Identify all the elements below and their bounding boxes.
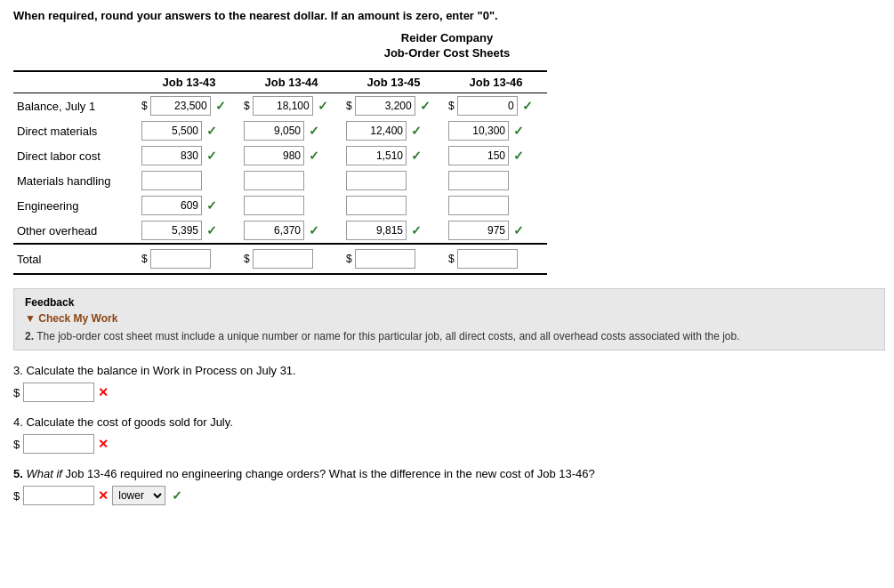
check-icon-1-1: ✓ (309, 124, 319, 138)
check-icon-2-1: ✓ (309, 149, 319, 163)
cell-0-0: $✓ (138, 93, 240, 119)
cell-3-0 (138, 168, 240, 193)
input-4-2[interactable] (346, 196, 407, 215)
input-1-0[interactable] (141, 121, 202, 141)
dollar-prefix: $ (244, 100, 250, 112)
check-my-work-label[interactable]: Check My Work (38, 312, 117, 325)
section3-dollar: $ (13, 386, 20, 399)
feedback-number: 2. (25, 330, 34, 342)
company-name: Reider Company (13, 31, 881, 44)
section4-input-row: $ ✕ (13, 434, 881, 454)
job-13-45-header: Job 13-45 (342, 71, 445, 93)
total-dollar-2: $ (346, 253, 352, 265)
cell-0-3: $✓ (445, 93, 547, 119)
instruction-bold: When required, round your answers to the… (13, 9, 498, 22)
input-2-1[interactable] (244, 146, 304, 165)
total-dollar-0: $ (141, 253, 148, 265)
table-row: Engineering✓ (13, 193, 547, 218)
cell-0-1: $✓ (240, 93, 342, 119)
check-icon-5-3: ✓ (513, 223, 524, 238)
total-input-1[interactable] (253, 249, 313, 269)
feedback-body: The job-order cost sheet must include a … (36, 330, 739, 342)
check-icon-5-2: ✓ (411, 223, 422, 238)
cell-1-1: ✓ (240, 118, 342, 143)
section4-label: 4. Calculate the cost of goods sold for … (13, 415, 881, 429)
input-4-3[interactable] (448, 196, 509, 215)
check-icon-2-2: ✓ (411, 149, 422, 163)
check-icon-0-1: ✓ (318, 99, 328, 113)
job-13-46-header: Job 13-46 (445, 71, 547, 93)
check-icon-2-3: ✓ (513, 149, 524, 163)
cell-0-2: $✓ (342, 93, 445, 119)
dollar-prefix: $ (141, 100, 148, 112)
feedback-title: Feedback (25, 296, 874, 309)
cell-4-0: ✓ (138, 193, 240, 218)
row-label-4: Engineering (13, 193, 138, 218)
input-1-1[interactable] (244, 121, 304, 141)
total-cell-1: $ (240, 244, 342, 274)
cell-2-1: ✓ (240, 143, 342, 168)
cell-2-2: ✓ (342, 143, 445, 168)
input-2-2[interactable] (346, 146, 407, 165)
input-2-3[interactable] (448, 146, 509, 165)
cell-5-1: ✓ (240, 218, 342, 244)
table-header-row: Job 13-43 Job 13-44 Job 13-45 Job 13-46 (13, 71, 547, 93)
input-2-0[interactable] (141, 146, 202, 165)
input-3-1[interactable] (244, 171, 304, 190)
section3-error-icon: ✕ (98, 385, 109, 399)
section3-label: 3. Calculate the balance in Work in Proc… (13, 364, 881, 377)
total-cell-2: $ (342, 244, 445, 274)
total-input-3[interactable] (457, 249, 518, 269)
total-input-0[interactable] (150, 249, 211, 269)
section5-rest: Job 13-46 required no engineering change… (62, 467, 595, 480)
table-row: Materials handling (13, 168, 547, 193)
input-3-2[interactable] (346, 171, 407, 190)
input-5-0[interactable] (141, 221, 202, 240)
section5-input-row: $ ✕ lower higher ✓ (13, 486, 881, 505)
row-label-3: Materials handling (13, 168, 138, 193)
total-input-2[interactable] (355, 249, 415, 269)
input-4-0[interactable] (141, 196, 202, 215)
section5-dropdown[interactable]: lower higher (112, 486, 165, 505)
cell-3-1 (240, 168, 342, 193)
total-dollar-1: $ (244, 253, 250, 265)
triangle-icon: ▼ (25, 312, 36, 325)
input-5-1[interactable] (244, 221, 304, 240)
input-4-1[interactable] (244, 196, 304, 215)
check-icon-2-0: ✓ (206, 149, 217, 163)
section3-input[interactable] (23, 383, 94, 402)
input-1-3[interactable] (448, 121, 509, 141)
input-0-1[interactable] (253, 96, 313, 116)
row-label-2: Direct labor cost (13, 143, 138, 168)
cell-3-3 (445, 168, 547, 193)
input-5-2[interactable] (346, 221, 407, 240)
table-row: Other overhead✓✓✓✓ (13, 218, 547, 244)
section3-input-row: $ ✕ (13, 383, 881, 402)
cell-4-2 (342, 193, 445, 218)
cell-5-3: ✓ (445, 218, 547, 244)
label-header (13, 71, 138, 93)
job-13-44-header: Job 13-44 (240, 71, 342, 93)
total-cell-3: $ (445, 244, 547, 274)
input-3-0[interactable] (141, 171, 202, 190)
section4-input[interactable] (23, 434, 94, 454)
section5-input[interactable] (23, 486, 94, 505)
section4-error-icon: ✕ (98, 437, 109, 451)
section5-number: 5. (13, 467, 26, 480)
input-1-2[interactable] (346, 121, 407, 141)
section-3: 3. Calculate the balance in Work in Proc… (13, 364, 881, 402)
input-0-0[interactable] (150, 96, 211, 116)
row-label-0: Balance, July 1 (13, 93, 138, 119)
section5-dollar: $ (13, 489, 20, 503)
check-icon-0-0: ✓ (215, 99, 226, 113)
job-13-43-header: Job 13-43 (138, 71, 240, 93)
section5-label: 5. What if Job 13-46 required no enginee… (13, 467, 881, 480)
input-0-2[interactable] (355, 96, 415, 116)
input-3-3[interactable] (448, 171, 509, 190)
table-row: Balance, July 1$✓$✓$✓$✓ (13, 93, 547, 119)
input-5-3[interactable] (448, 221, 509, 240)
check-icon-5-1: ✓ (309, 223, 319, 238)
input-0-3[interactable] (457, 96, 518, 116)
row-label-5: Other overhead (13, 218, 138, 244)
section5-check-icon: ✓ (172, 488, 182, 503)
